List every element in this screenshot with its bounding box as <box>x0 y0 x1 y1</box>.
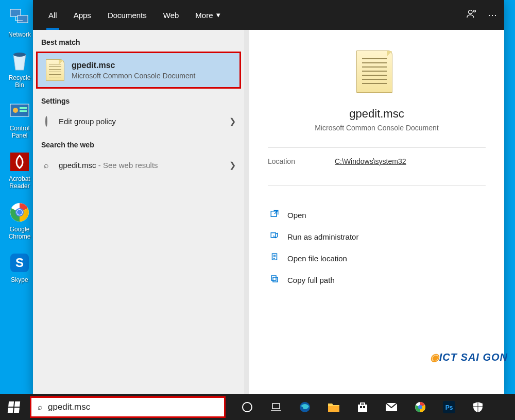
store-icon[interactable] <box>351 394 374 420</box>
desktop-icon-network[interactable]: Network <box>4 5 35 38</box>
divider <box>268 147 486 148</box>
folder-icon <box>270 253 280 264</box>
best-match-result[interactable]: gpedit.msc Microsoft Common Console Docu… <box>36 52 241 89</box>
cortana-icon[interactable] <box>236 394 259 420</box>
svg-rect-1 <box>18 15 28 23</box>
meta-location: Location C:\Windows\system32 <box>268 157 486 165</box>
svg-point-16 <box>469 10 472 13</box>
meta-value-location[interactable]: C:\Windows\system32 <box>335 157 406 165</box>
search-panel: All Apps Documents Web More▾ ⋯ Best matc… <box>33 0 504 394</box>
search-content: Best match gpedit.msc Microsoft Common C… <box>33 30 504 394</box>
edge-icon[interactable] <box>294 394 316 420</box>
svg-text:S: S <box>15 256 24 270</box>
chevron-down-icon: ▾ <box>216 10 220 20</box>
svg-rect-18 <box>271 211 277 217</box>
svg-rect-21 <box>273 277 278 282</box>
svg-rect-24 <box>272 404 280 409</box>
desktop-icon-label: Acrobat Reader <box>4 175 35 190</box>
preview-column: gpedit.msc Microsoft Common Console Docu… <box>249 30 504 394</box>
best-match-label: Best match <box>33 30 244 52</box>
tab-apps[interactable]: Apps <box>65 0 99 30</box>
desktop-icon-label: Skype <box>11 276 28 283</box>
security-icon[interactable] <box>467 394 489 420</box>
network-icon <box>7 5 32 30</box>
result-subtitle: Microsoft Common Console Document <box>72 72 195 80</box>
more-options-icon[interactable]: ⋯ <box>488 9 497 21</box>
results-column: Best match gpedit.msc Microsoft Common C… <box>33 30 244 394</box>
preview-actions: Open Run as administrator Open file loca… <box>268 205 486 290</box>
svg-point-4 <box>13 53 26 57</box>
mail-icon[interactable] <box>380 394 403 420</box>
tab-label: Documents <box>108 11 147 20</box>
action-label: Open <box>287 211 306 220</box>
settings-label: Settings <box>33 89 244 110</box>
windows-logo-icon <box>8 401 20 413</box>
copy-icon <box>270 274 280 285</box>
acrobat-icon <box>7 149 32 174</box>
best-match-text: gpedit.msc Microsoft Common Console Docu… <box>72 61 195 80</box>
feedback-icon[interactable] <box>466 8 477 22</box>
tab-documents[interactable]: Documents <box>99 0 155 30</box>
chevron-right-icon: ❯ <box>229 116 236 126</box>
search-input[interactable] <box>48 402 218 412</box>
tab-more[interactable]: More▾ <box>187 0 228 30</box>
desktop-icon-label: Control Panel <box>4 125 35 139</box>
svg-rect-22 <box>271 276 276 280</box>
svg-rect-30 <box>363 406 365 408</box>
search-icon: ⌕ <box>41 161 52 170</box>
svg-point-17 <box>474 10 476 12</box>
taskbar-search-box[interactable]: ⌕ <box>30 396 226 418</box>
desktop-icon-acrobat[interactable]: Acrobat Reader <box>4 149 35 190</box>
chevron-right-icon: ❯ <box>229 160 236 170</box>
action-open-file-location[interactable]: Open file location <box>268 248 486 268</box>
recycle-bin-icon <box>7 48 32 73</box>
action-label: Open file location <box>287 254 347 263</box>
desktop-icon-skype[interactable]: S Skype <box>4 250 35 283</box>
settings-result-edit-group-policy[interactable]: Edit group policy ❯ <box>33 110 244 132</box>
svg-point-6 <box>13 108 18 113</box>
gear-icon <box>41 117 52 126</box>
open-icon <box>270 209 280 221</box>
action-open[interactable]: Open <box>268 205 486 225</box>
photoshop-icon[interactable]: Ps <box>438 394 460 420</box>
result-title: gpedit.msc <box>72 61 195 70</box>
desktop-icon-control-panel[interactable]: Control Panel <box>4 99 35 139</box>
tab-web[interactable]: Web <box>155 0 187 30</box>
action-copy-full-path[interactable]: Copy full path <box>268 270 486 290</box>
desktop-icon-recycle-bin[interactable]: Recycle Bin <box>4 48 35 89</box>
divider <box>268 185 486 186</box>
taskbar: ⌕ Ps <box>0 394 515 420</box>
svg-text:Ps: Ps <box>445 404 453 411</box>
web-result-suffix: - See web results <box>96 161 158 170</box>
action-run-as-admin[interactable]: Run as administrator <box>268 227 486 246</box>
search-web-label: Search the web <box>33 132 244 154</box>
svg-rect-28 <box>358 405 367 412</box>
preview-icon <box>356 51 398 97</box>
desktop-icon-label: Recycle Bin <box>4 74 35 89</box>
preview-header: gpedit.msc Microsoft Common Console Docu… <box>268 51 486 132</box>
tab-label: Web <box>163 11 179 20</box>
search-tabs: All Apps Documents Web More▾ ⋯ <box>33 0 504 30</box>
meta-key: Location <box>268 157 335 165</box>
desktop-icon-label: Network <box>8 31 31 38</box>
preview-subtitle: Microsoft Common Console Document <box>315 124 438 132</box>
control-panel-icon <box>7 99 32 124</box>
start-button[interactable] <box>0 394 28 420</box>
svg-rect-8 <box>20 110 27 112</box>
shield-icon <box>270 231 280 242</box>
chrome-icon <box>7 200 32 225</box>
desktop: Network Recycle Bin Control Panel Acroba… <box>0 0 515 394</box>
taskbar-icons: Ps <box>236 394 489 420</box>
chrome-taskbar-icon[interactable] <box>409 394 432 420</box>
result-text: Edit group policy <box>59 117 116 126</box>
search-icon: ⌕ <box>38 402 43 412</box>
tab-all[interactable]: All <box>40 0 65 30</box>
desktop-icon-chrome[interactable]: Google Chrome <box>4 200 35 240</box>
desktop-icon-label: Google Chrome <box>4 226 35 240</box>
web-result[interactable]: ⌕ gpedit.msc - See web results ❯ <box>33 154 244 176</box>
preview-title: gpedit.msc <box>349 107 404 121</box>
watermark: ◉ICT SAI GON <box>430 351 508 363</box>
tab-label: Apps <box>74 11 91 20</box>
file-explorer-icon[interactable] <box>322 394 345 420</box>
task-view-icon[interactable] <box>265 394 287 420</box>
